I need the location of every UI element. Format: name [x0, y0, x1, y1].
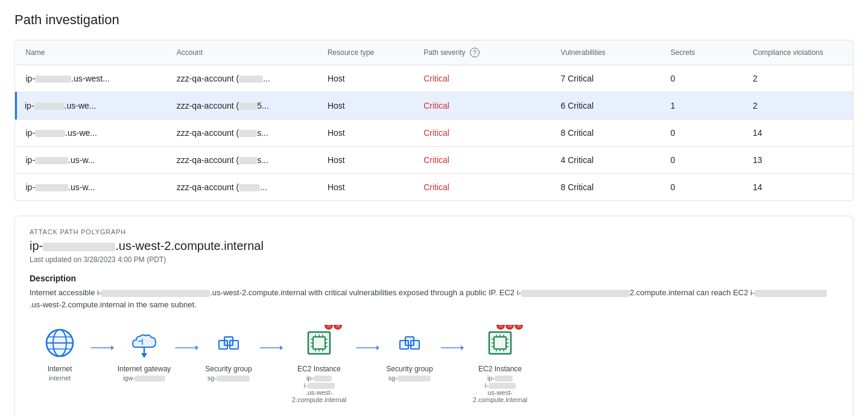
- node-ec2-2-sublabel3: us-west-2.compute.internal: [464, 389, 536, 403]
- col-header-account: Account: [167, 40, 318, 65]
- col-header-compliance: Compliance violations: [743, 40, 853, 65]
- node-ec2-1-sublabel: ip-: [306, 374, 332, 382]
- path-node-sg1: Security group sg-: [198, 325, 259, 382]
- table-row[interactable]: ip-.us-w...zzz-qa-account (...HostCritic…: [16, 174, 854, 201]
- table-row[interactable]: ip-.us-west...zzz-qa-account (...HostCri…: [16, 65, 854, 92]
- node-internet-sublabel: internet: [49, 374, 71, 382]
- col-header-path-severity: Path severity ?: [414, 40, 551, 65]
- node-internet-label: Internet: [48, 365, 72, 373]
- table-header-row: Name Account Resource type Path severity…: [16, 40, 854, 65]
- node-gateway-label: Internet gateway: [118, 365, 171, 373]
- cell-resource-0: Host: [318, 65, 414, 92]
- polygraph-title: ip-.us-west-2.compute.internal: [30, 239, 838, 253]
- cell-name-0: ip-.us-west...: [16, 65, 167, 92]
- cell-secrets-2: 0: [661, 120, 743, 147]
- cell-account-1: zzz-qa-account (5...: [167, 92, 318, 120]
- path-severity-help-icon[interactable]: ?: [470, 48, 480, 57]
- cell-account-3: zzz-qa-account (s...: [167, 147, 318, 174]
- path-node-ec2-1: ⚠ ⚠: [283, 325, 355, 403]
- cell-secrets-0: 0: [661, 65, 743, 92]
- arrow-2: [174, 325, 198, 354]
- node-sg2-sublabel: sg-: [388, 374, 431, 382]
- svg-point-5: [46, 330, 73, 356]
- cell-vulnerabilities-0: 7 Critical: [551, 65, 661, 92]
- cell-severity-4: Critical: [414, 174, 551, 201]
- cell-name-1: ip-.us-we...: [16, 92, 167, 120]
- col-header-vulnerabilities: Vulnerabilities: [551, 40, 661, 65]
- ec2-2-badge-2: ⚠: [505, 325, 514, 330]
- desc-redact-3: [755, 290, 827, 297]
- cell-account-4: zzz-qa-account (...: [167, 174, 318, 201]
- table-row[interactable]: ip-.us-w...zzz-qa-account (s...HostCriti…: [16, 147, 854, 174]
- cell-account-0: zzz-qa-account (...: [167, 65, 318, 92]
- node-ec2-2-label: EC2 Instance: [478, 365, 522, 373]
- cell-compliance-0: 2: [743, 65, 853, 92]
- polygraph-section-label: ATTACK PATH POLYGRAPH: [30, 228, 838, 235]
- path-node-internet: Internet internet: [30, 325, 90, 382]
- ec2-2-badge-1: ⚠: [496, 325, 505, 330]
- node-ec2-2-sublabel2: i-: [484, 382, 515, 389]
- ec2-1-badge-2: ⚠: [334, 325, 342, 330]
- table-row[interactable]: ip-.us-we...zzz-qa-account (5...HostCrit…: [16, 92, 854, 120]
- attack-path-panel: ATTACK PATH POLYGRAPH ip-.us-west-2.comp…: [14, 216, 854, 416]
- cell-resource-4: Host: [318, 174, 414, 201]
- cell-secrets-1: 1: [661, 92, 743, 120]
- security-group-icon-2: [395, 328, 424, 357]
- description-label: Description: [30, 274, 838, 283]
- cell-resource-1: Host: [318, 92, 414, 120]
- cell-name-4: ip-.us-w...: [16, 174, 167, 201]
- internet-icon: [45, 328, 75, 358]
- node-sg2-label: Security group: [386, 365, 432, 373]
- desc-redact-1: [101, 290, 210, 297]
- node-ec2-1-label: EC2 Instance: [297, 365, 341, 373]
- polygraph-last-updated: Last updated on 3/28/2023 4:00 PM (PDT): [30, 255, 838, 264]
- path-node-sg2: Security group sg-: [379, 325, 440, 382]
- col-header-name: Name: [16, 40, 167, 65]
- title-redacted: [43, 243, 115, 251]
- cell-compliance-1: 2: [743, 92, 853, 120]
- cell-compliance-2: 14: [743, 120, 853, 147]
- cell-vulnerabilities-2: 8 Critical: [551, 120, 661, 147]
- arrow-1: [90, 325, 114, 354]
- cell-account-2: zzz-qa-account (s...: [167, 120, 318, 147]
- attack-path-diagram: Internet internet: [30, 325, 838, 409]
- security-group-icon-1: [214, 328, 243, 357]
- desc-redact-2: [521, 290, 630, 297]
- cell-severity-1: Critical: [414, 92, 551, 120]
- node-ec2-2-sublabel: ip-: [487, 374, 513, 382]
- cell-secrets-3: 0: [661, 147, 743, 174]
- table-row[interactable]: ip-.us-we...zzz-qa-account (s...HostCrit…: [16, 120, 854, 147]
- description-text: Internet accessible i-.us-west-2.compute…: [30, 287, 838, 310]
- col-header-resource-type: Resource type: [318, 40, 414, 65]
- node-sg1-sublabel: sg-: [207, 374, 250, 382]
- node-gateway-sublabel: igw-: [123, 374, 165, 382]
- arrow-4: [355, 325, 379, 354]
- cell-name-2: ip-.us-we...: [16, 120, 167, 147]
- gateway-icon: [129, 328, 159, 358]
- path-node-gateway: Internet gateway igw-: [114, 325, 174, 382]
- node-sg1-label: Security group: [205, 365, 252, 373]
- cell-compliance-3: 13: [743, 147, 853, 174]
- svg-rect-44: [411, 341, 419, 349]
- page-title: Path investigation: [14, 12, 854, 28]
- cell-vulnerabilities-1: 6 Critical: [551, 92, 661, 120]
- cell-severity-2: Critical: [414, 120, 551, 147]
- cell-secrets-4: 0: [661, 174, 743, 201]
- ec2-instance-icon-2: [486, 328, 515, 357]
- node-ec2-1-sublabel2: i-: [303, 382, 334, 389]
- path-investigation-table: Name Account Resource type Path severity…: [14, 40, 854, 201]
- cell-resource-2: Host: [318, 120, 414, 147]
- ec2-instance-icon-1: [305, 328, 334, 357]
- ec2-2-badge-3: ⚠: [515, 325, 523, 330]
- ec2-1-badge-1: ⚠: [325, 325, 333, 330]
- node-ec2-1-sublabel3: .us-west-2.compute.internal: [283, 389, 355, 403]
- cell-resource-3: Host: [318, 147, 414, 174]
- cell-name-3: ip-.us-w...: [16, 147, 167, 174]
- cell-vulnerabilities-4: 8 Critical: [551, 174, 661, 201]
- cell-vulnerabilities-3: 4 Critical: [551, 147, 661, 174]
- cell-severity-0: Critical: [414, 65, 551, 92]
- col-header-secrets: Secrets: [661, 40, 743, 65]
- path-node-ec2-2: ⚠ ⚠ ⚠: [464, 325, 536, 403]
- cell-severity-3: Critical: [414, 147, 551, 174]
- arrow-5: [440, 325, 464, 354]
